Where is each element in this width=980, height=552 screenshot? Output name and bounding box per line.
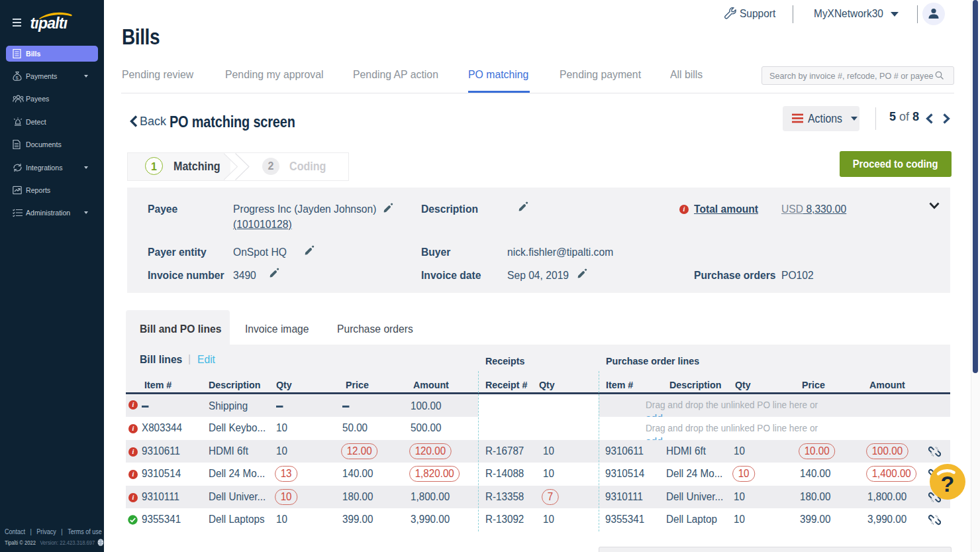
svg-text:?: ? — [941, 471, 955, 496]
svg-text:tıpaltı: tıpaltı — [30, 15, 68, 32]
svg-text:$: $ — [16, 75, 19, 81]
